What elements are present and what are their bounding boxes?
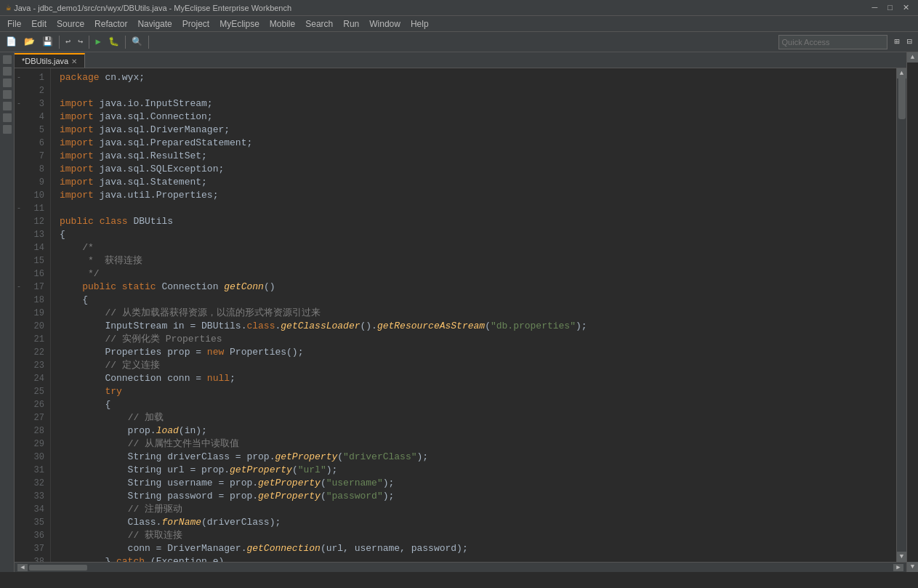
code-scrollbar[interactable]: ▲ ▼ (896, 68, 906, 562)
menu-run[interactable]: Run (339, 17, 363, 31)
ln-37: 37 (26, 542, 44, 555)
outer-scroll-down[interactable]: ▼ (907, 562, 918, 572)
ln-25: 25 (26, 385, 44, 398)
fold-2[interactable]: - (15, 97, 23, 110)
line-numbers: 1 2 3 4 5 6 7 8 9 10 11 12 13 14 15 16 1… (23, 68, 51, 562)
ln-35: 35 (26, 516, 44, 529)
menu-project[interactable]: Project (178, 17, 214, 31)
tab-close-button[interactable]: ✕ (71, 57, 77, 65)
ln-1: 1 (26, 71, 44, 84)
menu-file[interactable]: File (3, 17, 25, 31)
file-tab-dbutils[interactable]: *DBUtils.java ✕ (15, 53, 85, 68)
title-controls: ─ □ ✕ (869, 3, 912, 12)
ln-32: 32 (26, 477, 44, 490)
ln-29: 29 (26, 438, 44, 451)
undo-button[interactable]: ↩ (63, 35, 73, 49)
ln-2: 2 (26, 84, 44, 97)
fold-1[interactable]: - (15, 71, 23, 84)
ln-38: 38 (26, 555, 44, 562)
ln-10: 10 (26, 189, 44, 202)
code-content[interactable]: - - - - 1 (15, 68, 906, 562)
fold-blank-2 (15, 110, 23, 124)
perspective-button[interactable]: ⊞ (892, 35, 903, 49)
fold-4[interactable]: - (15, 281, 23, 294)
ln-31: 31 (26, 464, 44, 477)
scroll-down-button[interactable]: ▼ (897, 552, 906, 562)
ln-30: 30 (26, 451, 44, 464)
ln-12: 12 (26, 215, 44, 228)
scroll-thumb[interactable] (898, 76, 906, 119)
menu-edit[interactable]: Edit (27, 17, 51, 31)
quick-access-box[interactable] (778, 35, 887, 49)
menu-search[interactable]: Search (301, 17, 337, 31)
close-button[interactable]: ✕ (900, 3, 912, 12)
sidebar-icon-1[interactable] (3, 55, 12, 64)
toolbar-sep-2 (89, 36, 89, 49)
scroll-right-button[interactable]: ▶ (893, 564, 903, 571)
menu-refactor[interactable]: Refactor (90, 17, 132, 31)
fold-3[interactable]: - (15, 202, 23, 215)
ln-21: 21 (26, 333, 44, 346)
quick-access-input[interactable] (782, 38, 869, 47)
minimize-button[interactable]: ─ (869, 3, 881, 12)
ln-13: 13 (26, 228, 44, 241)
editor-area: *DBUtils.java ✕ - - - (15, 52, 906, 572)
ln-14: 14 (26, 241, 44, 254)
ln-15: 15 (26, 254, 44, 267)
run-button[interactable]: ▶ (92, 35, 103, 49)
ln-20: 20 (26, 320, 44, 333)
new-button[interactable]: 📄 (3, 35, 20, 49)
ln-28: 28 (26, 424, 44, 438)
sidebar-icon-6[interactable] (3, 113, 12, 122)
scroll-left-button[interactable]: ◀ (17, 564, 28, 571)
debug-button[interactable]: 🐛 (105, 35, 122, 49)
title-icon: ☕ Java - jdbc_demo1/src/cn/wyx/DBUtils.j… (6, 2, 291, 13)
code-editor[interactable]: package cn.wyx; import java.io.InputStre… (51, 68, 896, 562)
toolbar-sep-3 (125, 36, 126, 49)
menu-mobile[interactable]: Mobile (265, 17, 299, 31)
ln-4: 4 (26, 110, 44, 124)
main-layout: *DBUtils.java ✕ - - - (0, 52, 918, 572)
sidebar-icon-4[interactable] (3, 90, 12, 99)
gutter: - - - - (15, 68, 23, 562)
title-text: Java - jdbc_demo1/src/cn/wyx/DBUtils.jav… (14, 4, 291, 12)
left-sidebar (0, 52, 15, 572)
sidebar-icon-2[interactable] (3, 67, 12, 76)
ln-9: 9 (26, 176, 44, 189)
tab-label: *DBUtils.java (22, 57, 68, 65)
maximize-button[interactable]: □ (885, 3, 895, 12)
menu-help[interactable]: Help (406, 17, 433, 31)
save-button[interactable]: 💾 (39, 35, 56, 49)
ln-27: 27 (26, 411, 44, 424)
menu-source[interactable]: Source (52, 17, 89, 31)
fold-blank-11 (15, 241, 23, 254)
ln-26: 26 (26, 398, 44, 411)
menu-window[interactable]: Window (365, 17, 405, 31)
title-bar: ☕ Java - jdbc_demo1/src/cn/wyx/DBUtils.j… (0, 0, 918, 16)
file-tabs: *DBUtils.java ✕ (15, 52, 906, 68)
fold-blank-3 (15, 124, 23, 137)
ln-24: 24 (26, 372, 44, 385)
outer-scroll-up[interactable]: ▲ (907, 52, 918, 63)
ln-5: 5 (26, 124, 44, 137)
menu-navigate[interactable]: Navigate (133, 17, 176, 31)
redo-button[interactable]: ↪ (75, 35, 86, 49)
ln-34: 34 (26, 503, 44, 516)
bottom-scrollbar[interactable]: ◀ ▶ (15, 562, 906, 572)
java-icon: ☕ (6, 2, 11, 13)
ln-23: 23 (26, 359, 44, 372)
ln-8: 8 (26, 163, 44, 176)
open-button[interactable]: 📂 (21, 35, 38, 49)
view-button[interactable]: ⊟ (904, 35, 915, 49)
horizontal-scroll-thumb[interactable] (29, 565, 87, 571)
search-button[interactable]: 🔍 (129, 35, 145, 49)
sidebar-icon-3[interactable] (3, 78, 12, 87)
sidebar-icon-5[interactable] (3, 102, 12, 110)
sidebar-icon-7[interactable] (3, 125, 12, 134)
fold-blank-8 (15, 189, 23, 202)
menu-myeclipse[interactable]: MyEclipse (215, 17, 264, 31)
fold-blank-7 (15, 176, 23, 189)
toolbar-sep-4 (148, 36, 149, 49)
outer-right-panel: ▲ ▼ (906, 52, 918, 572)
ln-7: 7 (26, 150, 44, 163)
